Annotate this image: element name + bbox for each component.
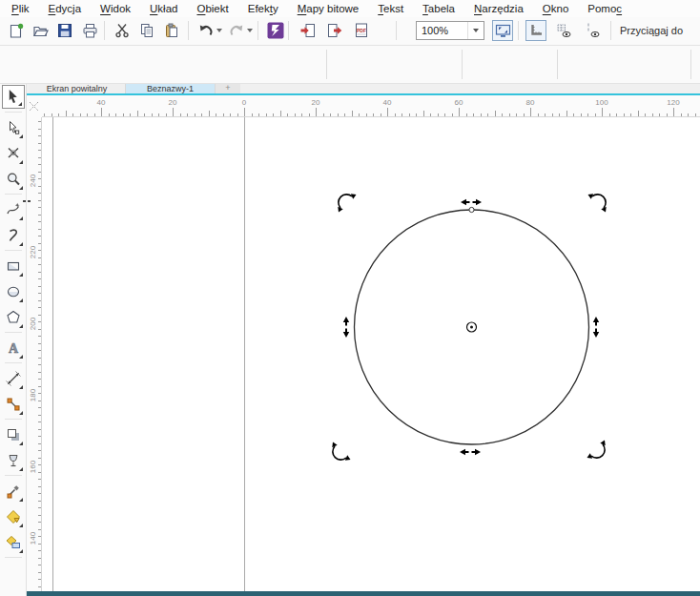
transparency-tool[interactable]: [2, 447, 25, 473]
ruler-tick: [38, 479, 42, 480]
paste-button[interactable]: [161, 20, 182, 41]
horizontal-ruler[interactable]: 4020020406080100120: [42, 95, 700, 117]
ellipse-node-handle[interactable]: [469, 207, 474, 212]
snap-to-dropdown[interactable]: Przyciągaj do: [620, 20, 683, 41]
ruler-tick: [266, 113, 267, 117]
rotate-handle-top-left[interactable]: [338, 194, 356, 212]
undo-button[interactable]: [196, 20, 216, 41]
menu-item-mapy-bitowe[interactable]: Mapy bitowe: [288, 0, 369, 17]
grid-visibility-icon: [555, 22, 572, 39]
export-button[interactable]: [324, 20, 345, 41]
copy-button[interactable]: [136, 20, 157, 41]
toolbox-separator: [5, 332, 22, 333]
drop-shadow-tool[interactable]: [2, 421, 25, 447]
skew-handle-left[interactable]: [343, 317, 349, 338]
menu-item-obiekt[interactable]: Obiekt: [187, 0, 237, 17]
redo-dropdown-caret[interactable]: [247, 29, 253, 32]
ruler-tick: [652, 113, 653, 117]
rotate-handle-bottom-right[interactable]: [587, 441, 606, 459]
ellipse-tool[interactable]: [2, 278, 25, 304]
print-button[interactable]: [79, 20, 100, 41]
ruler-tick: [667, 113, 668, 117]
chevron-down-icon[interactable]: [467, 22, 484, 39]
undo-dropdown-caret[interactable]: [216, 29, 222, 32]
import-button[interactable]: [298, 20, 319, 41]
drawing-canvas[interactable]: [42, 117, 700, 591]
pick-tool[interactable]: [2, 85, 25, 109]
menu-item-układ[interactable]: Układ: [140, 0, 187, 17]
zoom-tool-icon: [6, 172, 21, 187]
ruler-tick: [373, 113, 374, 117]
menu-item-widok[interactable]: Widok: [91, 0, 140, 17]
eyedropper-tool[interactable]: [2, 478, 25, 504]
menu-item-pomoc[interactable]: Pomoc: [578, 0, 631, 17]
menu-item-okno[interactable]: Okno: [533, 0, 579, 17]
toolbox-separator: [5, 475, 22, 476]
dimension-tool[interactable]: [2, 365, 25, 391]
ruler-label: 20: [312, 98, 320, 107]
rulers-toggle-button[interactable]: [525, 20, 546, 41]
redo-button[interactable]: [226, 20, 247, 41]
ruler-tick: [38, 421, 42, 422]
ruler-tick: [38, 450, 42, 451]
ruler-tick: [352, 111, 353, 116]
fullscreen-preview-button[interactable]: [492, 20, 513, 41]
toolbar-separator: [188, 21, 189, 40]
skew-handle-right[interactable]: [593, 317, 599, 338]
toolbar-separator: [396, 21, 397, 40]
ruler-tick: [609, 113, 610, 117]
new-document-tab-button[interactable]: +: [216, 84, 240, 93]
publish-pdf-button[interactable]: PDF: [351, 20, 372, 41]
application-launcher-button[interactable]: [265, 20, 286, 41]
ruler-tick: [295, 113, 296, 117]
rotate-handle-bottom-left[interactable]: [332, 442, 350, 461]
shape-tool[interactable]: [2, 114, 25, 140]
zoom-level-combobox[interactable]: 100%: [416, 21, 484, 40]
menu-item-tekst[interactable]: Tekst: [368, 0, 413, 17]
document-tab-beznazwy-1[interactable]: Beznazwy-1: [126, 84, 216, 93]
skew-handle-bottom[interactable]: [460, 449, 481, 455]
ruler-tick: [80, 113, 81, 117]
cut-button[interactable]: [112, 20, 133, 41]
vertical-ruler[interactable]: 240220200180160140: [27, 117, 42, 591]
ruler-tick: [216, 113, 216, 117]
standard-toolbar: PDF 100% Przyciągaj do: [0, 17, 700, 46]
ruler-tick: [330, 113, 331, 117]
open-button[interactable]: [30, 20, 51, 41]
crop-tool[interactable]: [2, 140, 25, 166]
zoom-tool[interactable]: [2, 166, 25, 192]
smart-fill-tool[interactable]: [2, 529, 25, 555]
rotation-center-handle[interactable]: [467, 322, 477, 332]
ruler-tick: [223, 113, 224, 117]
menu-item-edycja[interactable]: Edycja: [39, 0, 92, 17]
text-tool[interactable]: A: [2, 335, 25, 360]
save-button[interactable]: [54, 20, 75, 41]
menu-item-efekty[interactable]: Efekty: [238, 0, 288, 17]
new-document-button[interactable]: [5, 20, 26, 41]
rulers-icon: [528, 23, 544, 38]
menu-item-tabela[interactable]: Tabela: [413, 0, 464, 17]
skew-handle-top[interactable]: [461, 199, 482, 205]
document-tab-ekran-powitalny[interactable]: Ekran powitalny: [29, 84, 126, 93]
ruler-tick: [38, 558, 42, 559]
rectangle-tool[interactable]: [2, 253, 25, 278]
grid-toggle-button[interactable]: [553, 20, 574, 41]
interactive-fill-tool[interactable]: [2, 504, 25, 529]
guidelines-toggle-button[interactable]: [582, 20, 603, 41]
ruler-tick: [630, 113, 631, 117]
ruler-origin-corner[interactable]: [27, 95, 42, 117]
rotate-handle-top-right[interactable]: [588, 194, 607, 212]
menu-item-plik[interactable]: Plik: [2, 0, 39, 17]
ruler-tick: [502, 113, 503, 117]
menu-item-narzędzia[interactable]: Narzędzia: [464, 0, 533, 17]
artistic-media-tool[interactable]: [2, 222, 25, 248]
toolbox-separator: [5, 250, 22, 251]
snap-to-label: Przyciągaj do: [620, 25, 683, 36]
polygon-tool[interactable]: [2, 304, 25, 330]
ruler-tick: [38, 336, 42, 337]
flyout-corner-icon: [19, 242, 23, 246]
freehand-tool[interactable]: [2, 196, 25, 222]
ruler-tick: [38, 579, 42, 580]
connector-tool[interactable]: [2, 391, 25, 417]
ruler-tick: [44, 113, 45, 117]
